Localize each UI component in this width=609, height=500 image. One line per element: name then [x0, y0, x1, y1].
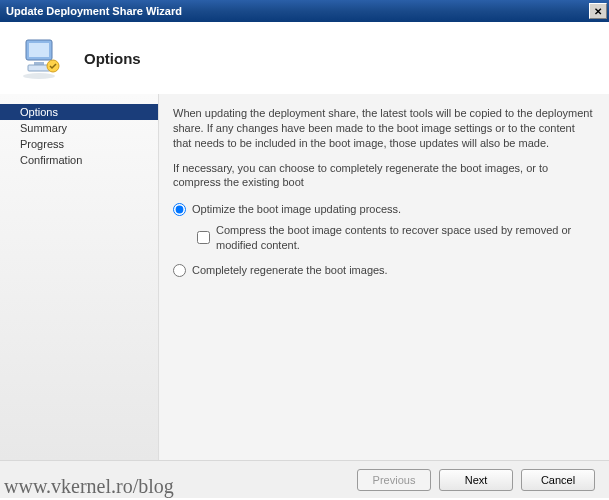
wizard-header: Options — [0, 22, 609, 94]
wizard-footer: Previous Next Cancel — [0, 460, 609, 498]
cancel-button[interactable]: Cancel — [521, 469, 595, 491]
sidebar-item-label: Progress — [20, 138, 64, 150]
previous-button: Previous — [357, 469, 431, 491]
sidebar-item-label: Options — [20, 106, 58, 118]
checkbox-compress[interactable] — [197, 231, 210, 244]
svg-rect-1 — [29, 43, 49, 57]
sidebar-item-summary[interactable]: Summary — [0, 120, 158, 136]
computer-icon — [20, 36, 64, 80]
radio-optimize-row: Optimize the boot image updating process… — [173, 202, 595, 217]
description-text-2: If necessary, you can choose to complete… — [173, 161, 595, 191]
sidebar-item-options[interactable]: Options — [0, 104, 158, 120]
description-text-1: When updating the deployment share, the … — [173, 106, 595, 151]
checkbox-compress-row: Compress the boot image contents to reco… — [197, 223, 595, 253]
next-button[interactable]: Next — [439, 469, 513, 491]
radio-regenerate[interactable] — [173, 264, 186, 277]
window-title: Update Deployment Share Wizard — [6, 5, 182, 17]
radio-regenerate-label: Completely regenerate the boot images. — [192, 263, 388, 278]
sidebar-item-label: Summary — [20, 122, 67, 134]
sidebar-item-label: Confirmation — [20, 154, 82, 166]
page-title: Options — [84, 50, 141, 67]
sidebar-item-confirmation[interactable]: Confirmation — [0, 152, 158, 168]
sidebar-item-progress[interactable]: Progress — [0, 136, 158, 152]
wizard-body: Options Summary Progress Confirmation Wh… — [0, 94, 609, 460]
close-button[interactable]: ✕ — [589, 3, 607, 19]
svg-point-4 — [23, 73, 55, 79]
radio-optimize[interactable] — [173, 203, 186, 216]
close-icon: ✕ — [594, 6, 602, 17]
radio-regenerate-row: Completely regenerate the boot images. — [173, 263, 595, 278]
radio-optimize-label: Optimize the boot image updating process… — [192, 202, 401, 217]
checkbox-compress-label: Compress the boot image contents to reco… — [216, 223, 595, 253]
sidebar: Options Summary Progress Confirmation — [0, 94, 158, 460]
content-pane: When updating the deployment share, the … — [158, 94, 609, 460]
title-bar: Update Deployment Share Wizard ✕ — [0, 0, 609, 22]
